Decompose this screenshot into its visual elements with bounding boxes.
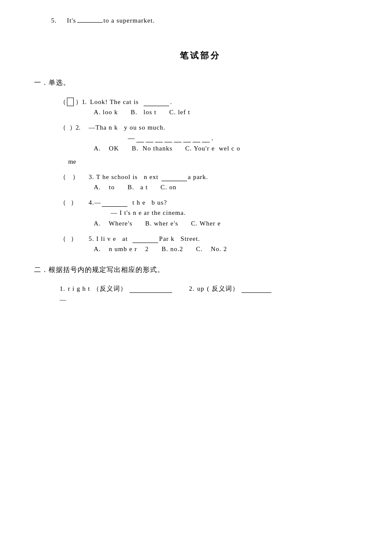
q4-option-a: A. Where's <box>94 220 133 227</box>
fill-item-2: 2. up ( 反义词） <box>189 285 271 293</box>
q2-line: （ ）2. —Tha n k y ou so much. <box>60 124 366 132</box>
item5-label: 5. <box>51 17 57 24</box>
q2-seg1 <box>136 134 144 142</box>
q2-seg4 <box>164 134 172 142</box>
fill2-num: 2. <box>189 285 195 292</box>
q1-paren-box <box>67 98 74 106</box>
q5-option-a: A. n umb e r 2 <box>94 246 149 253</box>
item5-blank <box>77 22 103 23</box>
q1-paren-num: （ ）1. <box>60 98 86 106</box>
top-section: 5. It'sto a supermarket. <box>34 17 366 24</box>
q4-option-b: B. wher e's <box>145 220 178 227</box>
q2-option-c: C. You'r e wel c o <box>185 145 240 152</box>
q5-options: A. n umb e r 2 B. no.2 C. No. 2 <box>94 246 366 253</box>
q1-line: （ ）1. Look! The cat is . <box>60 98 366 106</box>
q5-option-c: C. No. 2 <box>196 246 227 253</box>
q2-response-blank: — . <box>102 134 366 142</box>
part2-label: 二．根据括号内的规定写出相应的形式。 <box>34 266 366 275</box>
q4-blank <box>102 199 127 207</box>
fill-block: 1. r i g h t （反义词） 2. up ( 反义词） — <box>60 285 366 304</box>
question-1: （ ）1. Look! The cat is . A. loo k B. los… <box>60 98 366 116</box>
q2-options: A. OK B. No thanks C. You'r e wel c o <box>94 145 366 152</box>
fill2-instruction: ( 反义词） <box>207 285 239 293</box>
q1-option-a: A. loo k <box>94 109 118 116</box>
fill1-blank <box>130 285 172 293</box>
q2-seg2 <box>146 134 153 142</box>
q2-seg5 <box>174 134 182 142</box>
q3-option-c: C. on <box>161 184 177 191</box>
question-5: （ ） 5. I li v e at Par k Street. A. n um… <box>60 235 366 253</box>
q5-option-b: B. no.2 <box>161 246 183 253</box>
q5-blank <box>133 235 158 243</box>
q4-options: A. Where's B. wher e's C. Wher e <box>94 220 366 227</box>
q3-option-b: B. a t <box>127 184 148 191</box>
question-3: （ ） 3. T he school is n ext a park. A. t… <box>60 173 366 191</box>
q3-option-a: A. to <box>94 184 115 191</box>
q1-option-b: B. los t <box>131 109 156 116</box>
q3-paren-num: （ ） <box>60 173 85 181</box>
q4-response: — I t's n e ar the cinema. <box>111 209 366 217</box>
q1-option-c: C. lef t <box>169 109 190 116</box>
fill-cont: — <box>60 296 366 304</box>
item-5-line: 5. It'sto a supermarket. <box>51 17 366 24</box>
question-2: （ ）2. —Tha n k y ou so much. — . A. OK B… <box>60 124 366 165</box>
q1-options: A. loo k B. los t C. lef t <box>94 109 366 116</box>
q3-line: （ ） 3. T he school is n ext a park. <box>60 173 366 181</box>
q5-paren-num: （ ） <box>60 235 85 243</box>
q5-text: 5. I li v e at Par k Street. <box>89 235 366 243</box>
q4-option-c: C. Wher e <box>191 220 221 227</box>
q2-seg6 <box>183 134 191 142</box>
section-title: 笔试部分 <box>34 50 366 61</box>
q2-seg7 <box>193 134 200 142</box>
fill2-word: up <box>197 285 205 292</box>
q3-text: 3. T he school is n ext a park. <box>89 173 366 181</box>
fill-row-1: 1. r i g h t （反义词） 2. up ( 反义词） <box>60 285 366 293</box>
part1-label: 一．单选。 <box>34 78 366 87</box>
fill1-num: 1. <box>60 285 65 292</box>
q2-seg8 <box>202 134 210 142</box>
q4-line: （ ） 4.— t h e b us? <box>60 199 366 207</box>
q5-line: （ ） 5. I li v e at Par k Street. <box>60 235 366 243</box>
q4-text: 4.— t h e b us? <box>89 199 366 207</box>
q3-options: A. to B. a t C. on <box>94 184 366 191</box>
q4-paren-num: （ ） <box>60 199 85 207</box>
fill-item-1: 1. r i g h t （反义词） <box>60 285 172 293</box>
fill1-word: r i g h t <box>68 285 90 292</box>
fill2-blank <box>242 285 271 293</box>
question-4: （ ） 4.— t h e b us? — I t's n e ar the c… <box>60 199 366 227</box>
q2-seg3 <box>155 134 163 142</box>
item5-suffix: to a supermarket. <box>104 17 155 24</box>
q2-period: . <box>211 134 213 142</box>
section-two: 二．根据括号内的规定写出相应的形式。 1. r i g h t （反义词） 2.… <box>34 266 366 304</box>
q1-blank <box>144 98 169 106</box>
q2-dash: — <box>128 134 135 142</box>
q2-option-b: B. No thanks <box>132 145 173 152</box>
fill1-instruction: （反义词） <box>93 285 127 293</box>
q2-text: —Tha n k y ou so much. <box>89 124 366 131</box>
q2-paren-num: （ ）2. <box>60 124 85 132</box>
q2-option-c-cont: me <box>68 158 366 165</box>
item5-text: It's <box>67 17 76 24</box>
q3-blank <box>161 173 187 181</box>
q2-option-a: A. OK <box>94 145 119 152</box>
q1-text: Look! The cat is . <box>90 98 366 106</box>
